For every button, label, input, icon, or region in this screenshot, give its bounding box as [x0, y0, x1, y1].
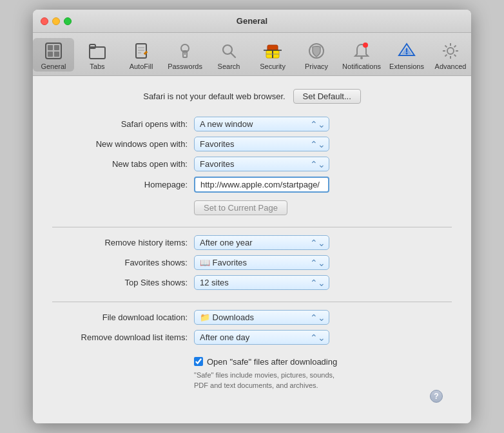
homepage-label: Homepage: [52, 180, 194, 189]
history-section: Remove history items: After one day Afte… [52, 235, 452, 290]
new-tabs-select-wrapper: Favorites Homepage Empty Page ⌃⌄ [194, 157, 329, 171]
homepage-row: Homepage: http://www.apple.com/startpage… [52, 177, 452, 193]
privacy-icon [306, 41, 327, 61]
safari-opens-row: Safari opens with: A new window A new pr… [52, 117, 452, 131]
file-download-row: File download location: 📁 Downloads Desk… [52, 310, 452, 325]
new-windows-label: New windows open with: [52, 139, 194, 149]
passwords-label: Passwords [168, 63, 202, 70]
svg-line-36 [445, 55, 447, 57]
advanced-icon [440, 41, 461, 61]
remove-history-select[interactable]: After one day After one week After two w… [194, 235, 329, 250]
top-sites-control: 6 sites 12 sites 24 sites ⌃⌄ [194, 275, 452, 290]
privacy-label: Privacy [305, 63, 328, 70]
top-sites-select-wrapper: 6 sites 12 sites 24 sites ⌃⌄ [194, 275, 329, 290]
favorites-shows-control: 📖 Favorites Bookmarks Bar Reading List ⌃… [194, 255, 452, 270]
file-download-select-wrapper: 📁 Downloads Desktop Ask for each downloa… [194, 310, 329, 325]
svg-point-22 [360, 57, 363, 59]
new-windows-select-wrapper: Favorites Homepage Empty Page Same Page … [194, 137, 329, 151]
extensions-label: Extensions [389, 63, 424, 70]
svg-point-23 [363, 43, 368, 48]
file-download-select[interactable]: 📁 Downloads Desktop Ask for each downloa… [194, 310, 329, 325]
favorites-shows-select-wrapper: 📖 Favorites Bookmarks Bar Reading List ⌃… [194, 255, 329, 270]
remove-download-select-wrapper: After one day After one week After one m… [194, 330, 329, 345]
downloads-section: File download location: 📁 Downloads Desk… [52, 310, 452, 345]
basic-settings-section: Safari opens with: A new window A new pr… [52, 117, 452, 215]
security-icon [262, 41, 283, 61]
file-download-label: File download location: [52, 313, 194, 322]
remove-history-control: After one day After one week After two w… [194, 235, 452, 250]
passwords-icon [175, 41, 195, 61]
toolbar-item-notifications[interactable]: Notifications [340, 38, 383, 72]
new-tabs-control: Favorites Homepage Empty Page ⌃⌄ [194, 157, 452, 171]
toolbar-item-tabs[interactable]: Tabs [77, 38, 118, 72]
homepage-control: http://www.apple.com/startpage/ [194, 177, 452, 193]
file-download-control: 📁 Downloads Desktop Ask for each downloa… [194, 310, 452, 325]
safari-opens-select[interactable]: A new window A new private window [194, 117, 329, 131]
favorites-shows-row: Favorites shows: 📖 Favorites Bookmarks B… [52, 255, 452, 270]
top-sites-select[interactable]: 6 sites 12 sites 24 sites [194, 275, 329, 290]
remove-history-label: Remove history items: [52, 238, 194, 247]
toolbar: General Tabs AutoFill [33, 33, 471, 76]
new-windows-row: New windows open with: Favorites Homepag… [52, 137, 452, 151]
close-button[interactable] [41, 17, 48, 25]
set-current-page-button[interactable]: Set to Current Page [194, 200, 287, 215]
toolbar-item-extensions[interactable]: Extensions [386, 38, 427, 72]
default-browser-notice: Safari is not your default web browser. … [52, 89, 452, 104]
open-safe-sublabel: "Safe" files include movies, pictures, s… [194, 370, 349, 391]
general-icon [43, 41, 64, 61]
remove-history-select-wrapper: After one day After one week After two w… [194, 235, 329, 250]
traffic-lights [41, 17, 72, 25]
svg-rect-4 [54, 52, 59, 57]
open-safe-row: Open "safe" files after downloading [194, 356, 452, 368]
new-windows-select[interactable]: Favorites Homepage Empty Page Same Page [194, 137, 329, 151]
toolbar-item-advanced[interactable]: Advanced [430, 38, 471, 72]
safari-opens-control: A new window A new private window ⌃⌄ [194, 117, 452, 131]
svg-rect-2 [54, 45, 59, 50]
toolbar-item-autofill[interactable]: AutoFill [121, 38, 162, 72]
new-tabs-label: New tabs open with: [52, 159, 194, 169]
toolbar-item-general[interactable]: General [33, 38, 74, 72]
extensions-icon [396, 41, 417, 61]
general-label: General [41, 63, 66, 70]
svg-point-27 [406, 53, 408, 55]
svg-rect-3 [48, 52, 53, 57]
open-safe-checkbox[interactable] [194, 357, 203, 366]
toolbar-item-privacy[interactable]: Privacy [296, 38, 337, 72]
remove-download-row: Remove download list items: After one da… [52, 330, 452, 345]
help-button[interactable]: ? [430, 390, 443, 403]
svg-line-15 [231, 53, 236, 58]
top-sites-row: Top Sites shows: 6 sites 12 sites 24 sit… [52, 275, 452, 290]
favorites-shows-select[interactable]: 📖 Favorites Bookmarks Bar Reading List [194, 255, 329, 270]
remove-history-row: Remove history items: After one day Afte… [52, 235, 452, 250]
svg-point-28 [447, 48, 454, 54]
window-title: General [237, 16, 267, 26]
homepage-input[interactable]: http://www.apple.com/startpage/ [194, 177, 329, 193]
security-label: Security [260, 63, 286, 70]
safari-opens-label: Safari opens with: [52, 119, 194, 129]
set-default-button[interactable]: Set Default... [293, 89, 361, 104]
new-windows-control: Favorites Homepage Empty Page Same Page … [194, 137, 452, 151]
svg-rect-7 [136, 44, 146, 58]
notifications-icon [351, 41, 372, 61]
minimize-button[interactable] [52, 17, 60, 25]
favorites-shows-label: Favorites shows: [52, 258, 194, 267]
svg-line-35 [454, 46, 456, 48]
svg-line-34 [454, 55, 456, 57]
svg-rect-1 [48, 45, 53, 50]
advanced-label: Advanced [435, 63, 467, 70]
default-browser-text: Safari is not your default web browser. [143, 91, 285, 101]
toolbar-item-security[interactable]: Security [252, 38, 293, 72]
remove-download-label: Remove download list items: [52, 332, 194, 342]
toolbar-item-passwords[interactable]: Passwords [164, 38, 206, 72]
new-tabs-row: New tabs open with: Favorites Homepage E… [52, 157, 452, 171]
new-tabs-select[interactable]: Favorites Homepage Empty Page [194, 157, 329, 171]
open-safe-label: Open "safe" files after downloading [207, 356, 337, 368]
autofill-label: AutoFill [130, 63, 153, 70]
toolbar-item-search[interactable]: Search [208, 38, 249, 72]
tabs-label: Tabs [90, 63, 104, 70]
remove-download-select[interactable]: After one day After one week After one m… [194, 330, 329, 345]
search-label: Search [218, 63, 240, 70]
content-area: Safari is not your default web browser. … [33, 76, 471, 423]
set-current-row: Set to Current Page [52, 198, 452, 215]
maximize-button[interactable] [64, 17, 72, 25]
